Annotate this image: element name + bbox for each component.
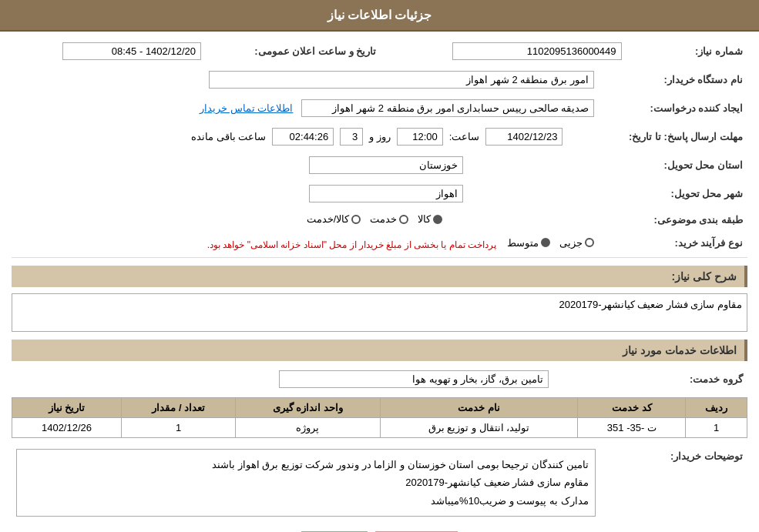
info-table-category: طبقه بندی موضوعی: کالا خدمت — [12, 210, 747, 229]
buyer-notes-box[interactable]: تامین کنندگان ترجیحا بومی استان خوزستان … — [16, 449, 596, 517]
general-description-box[interactable]: مقاوم سازی فشار ضعیف کیانشهر-2020179 — [12, 293, 747, 332]
col-service-code: کد خدمت — [578, 398, 686, 418]
category-kala-khedmat[interactable]: کالا/خدمت — [307, 213, 361, 225]
cell-service-name: تولید، انتقال و توزیع برق — [380, 418, 578, 438]
category-kala-khedmat-label: کالا/خدمت — [307, 213, 350, 225]
radio-kala — [433, 215, 442, 224]
page-header: جزئیات اطلاعات نیاز — [0, 0, 759, 32]
province-input[interactable]: خوزستان — [309, 156, 463, 174]
radio-jozii — [585, 238, 594, 247]
cell-date: 1402/12/26 — [12, 418, 122, 438]
cell-unit: پروژه — [236, 418, 380, 438]
service-group-input[interactable]: تامین برق، گاز، بخار و تهویه هوا — [279, 370, 549, 388]
need-number-value: 1102095136000449 — [391, 39, 626, 63]
deadline-label: مهلت ارسال پاسخ: تا تاریخ: — [567, 125, 747, 149]
buyer-org-label: نام دستگاه خریدار: — [599, 68, 747, 92]
info-table-purchase-type: نوع فرآیند خرید: جزیی متوسط پرداخت ت — [12, 234, 747, 253]
city-value: اهواز — [12, 182, 468, 206]
category-khedmat-label: خدمت — [370, 213, 397, 225]
buyer-org-input[interactable]: امور برق منطقه 2 شهر اهواز — [209, 71, 594, 89]
deadline-time-input[interactable]: 12:00 — [397, 128, 443, 146]
announce-date-input[interactable]: 1402/12/20 - 08:45 — [62, 42, 201, 60]
services-section-title: اطلاعات خدمات مورد نیاز — [12, 340, 747, 361]
services-table: ردیف کد خدمت نام خدمت واحد اندازه گیری ت… — [12, 397, 747, 438]
creator-value: صدیقه صالحی رییس حسابداری امور برق منطقه… — [12, 96, 599, 120]
city-input[interactable]: اهواز — [309, 185, 463, 202]
category-kala-label: کالا — [418, 213, 431, 225]
radio-kala-khedmat — [351, 215, 361, 224]
col-rownum: ردیف — [686, 398, 747, 418]
category-khedmat[interactable]: خدمت — [370, 213, 408, 225]
category-kala[interactable]: کالا — [418, 213, 442, 225]
header-title: جزئیات اطلاعات نیاز — [327, 8, 432, 22]
col-unit: واحد اندازه گیری — [236, 398, 380, 418]
deadline-remaining-input[interactable]: 02:44:26 — [272, 128, 334, 146]
buyer-notes-table: توضیحات خریدار: تامین کنندگان ترجیحا بوم… — [12, 446, 747, 520]
radio-motavaset — [541, 238, 550, 247]
contact-link[interactable]: اطلاعات تماس خریدار — [200, 102, 293, 114]
deadline-time-label: ساعت: — [449, 131, 480, 142]
radio-khedmat — [399, 215, 408, 224]
info-table-row3: ایجاد کننده درخواست: صدیقه صالحی رییس حس… — [12, 96, 747, 120]
deadline-days-input[interactable]: 3 — [340, 128, 363, 146]
cell-quantity: 1 — [121, 418, 235, 438]
purchase-type-jozii[interactable]: جزیی — [559, 237, 594, 249]
table-row: 1 ت -35- 351 تولید، انتقال و توزیع برق پ… — [12, 418, 747, 438]
category-options: کالا خدمت کالا/خدمت — [12, 210, 447, 229]
service-group-table: گروه خدمت: تامین برق، گاز، بخار و تهویه … — [12, 367, 747, 391]
purchase-type-motavaset-label: متوسط — [507, 237, 539, 249]
service-group-label: گروه خدمت: — [553, 367, 747, 391]
city-label: شهر محل تحویل: — [468, 182, 747, 206]
purchase-type-motavaset[interactable]: متوسط — [507, 237, 550, 249]
province-value: خوزستان — [12, 153, 468, 177]
buyer-notes-value: تامین کنندگان ترجیحا بومی استان خوزستان … — [12, 446, 600, 520]
purchase-type-label: نوع فرآیند خرید: — [599, 234, 747, 253]
creator-input[interactable]: صدیقه صالحی رییس حسابداری امور برق منطقه… — [301, 99, 594, 117]
province-label: استان محل تحویل: — [468, 153, 747, 177]
content-area: شماره نیاز: 1102095136000449 تاریخ و ساع… — [0, 32, 759, 532]
deadline-days-label: روز و — [369, 131, 391, 142]
need-number-label: شماره نیاز: — [626, 39, 747, 63]
cell-rownum: 1 — [686, 418, 747, 438]
info-table-row1: شماره نیاز: 1102095136000449 تاریخ و ساع… — [12, 39, 747, 63]
deadline-values: 1402/12/23 ساعت: 12:00 روز و 3 02:44:26 … — [12, 125, 567, 149]
category-label: طبقه بندی موضوعی: — [447, 210, 747, 229]
info-table-row2: نام دستگاه خریدار: امور برق منطقه 2 شهر … — [12, 68, 747, 92]
buyer-org-value: امور برق منطقه 2 شهر اهواز — [12, 68, 599, 92]
col-quantity: تعداد / مقدار — [121, 398, 235, 418]
purchase-note: پرداخت تمام یا بخشی از مبلغ خریدار از مح… — [207, 239, 496, 249]
cell-service-code: ت -35- 351 — [578, 418, 686, 438]
creator-label: ایجاد کننده درخواست: — [599, 96, 747, 120]
info-table-deadline: مهلت ارسال پاسخ: تا تاریخ: 1402/12/23 سا… — [12, 125, 747, 149]
deadline-remaining-label: ساعت باقی مانده — [191, 131, 266, 142]
buyer-notes-label: توضیحات خریدار: — [600, 446, 747, 520]
col-service-name: نام خدمت — [380, 398, 578, 418]
deadline-date-input[interactable]: 1402/12/23 — [485, 128, 563, 146]
purchase-type-jozii-label: جزیی — [559, 237, 583, 249]
general-desc-label: شرح کلی نیاز: — [672, 270, 737, 283]
info-table-city: شهر محل تحویل: اهواز — [12, 182, 747, 206]
col-date: تاریخ نیاز — [12, 398, 122, 418]
service-group-value: تامین برق، گاز، بخار و تهویه هوا — [12, 367, 553, 391]
announce-date-label: تاریخ و ساعت اعلان عمومی: — [206, 39, 391, 63]
general-desc-section-title: شرح کلی نیاز: — [12, 266, 747, 287]
purchase-type-options: جزیی متوسط پرداخت تمام یا بخشی از مبلغ خ… — [12, 234, 599, 253]
need-number-input[interactable]: 1102095136000449 — [452, 42, 622, 60]
info-table-province: استان محل تحویل: خوزستان — [12, 153, 747, 177]
page-wrapper: جزئیات اطلاعات نیاز شماره نیاز: 11020951… — [0, 0, 759, 532]
announce-date-value: 1402/12/20 - 08:45 — [12, 39, 206, 63]
